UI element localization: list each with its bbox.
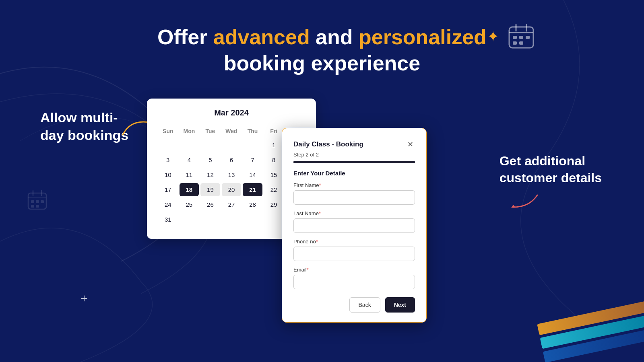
cal-day-4[interactable]: 4 — [180, 153, 199, 167]
title-highlight2: personalized — [359, 25, 487, 49]
booking-modal: Daily Class - Booking ✕ Step 2 of 2 Ente… — [282, 128, 427, 323]
last-name-label: Last Name* — [293, 210, 415, 216]
right-label-line1: Get additional — [500, 153, 602, 170]
left-label-line2: day bookings — [40, 126, 128, 144]
modal-header: Daily Class - Booking ✕ — [293, 140, 415, 149]
cal-day-3[interactable]: 3 — [158, 153, 178, 167]
cal-day-18[interactable]: 18 — [180, 183, 199, 196]
svg-rect-19 — [36, 200, 39, 203]
first-name-label: First Name* — [293, 182, 415, 188]
cal-day-14[interactable]: 14 — [243, 168, 262, 181]
plus-icon: ＋ — [78, 290, 90, 306]
cal-header-fri: Fri — [264, 125, 284, 137]
page-header: Offer advanced and personalized booking … — [0, 0, 644, 88]
progress-bar-track — [293, 161, 415, 163]
arrow-red-icon — [509, 191, 541, 215]
first-name-group: First Name* — [293, 182, 415, 205]
page-title: Offer advanced and personalized booking … — [0, 24, 644, 76]
svg-rect-5 — [519, 36, 523, 39]
cal-day-28[interactable]: 28 — [243, 198, 262, 211]
svg-rect-20 — [41, 200, 44, 203]
cal-day-empty — [243, 213, 262, 226]
right-label-line2: customer details — [500, 170, 602, 187]
cal-day-17[interactable]: 17 — [158, 183, 178, 196]
cal-day-empty — [222, 213, 242, 226]
section-title: Enter Your Detaile — [293, 170, 415, 177]
phone-label: Phone no* — [293, 239, 415, 245]
svg-rect-7 — [513, 41, 517, 45]
close-button[interactable]: ✕ — [405, 140, 415, 149]
cal-header-mon: Mon — [180, 125, 199, 137]
svg-rect-6 — [526, 36, 530, 39]
email-input[interactable] — [293, 275, 415, 289]
phone-required: * — [316, 239, 318, 245]
cal-day-11[interactable]: 11 — [180, 168, 199, 181]
cal-header-wed: Wed — [222, 125, 242, 137]
phone-input[interactable] — [293, 247, 415, 261]
cal-day-1[interactable]: 1 — [264, 138, 284, 152]
cal-day-12[interactable]: 12 — [200, 168, 220, 181]
cal-day-19[interactable]: 19 — [200, 183, 220, 196]
last-name-required: * — [319, 210, 321, 216]
calendar-icon — [507, 22, 535, 50]
cal-day-26[interactable]: 26 — [200, 198, 220, 211]
next-button[interactable]: Next — [385, 297, 415, 313]
cal-header-tue: Tue — [200, 125, 220, 137]
cal-day-empty — [200, 213, 220, 226]
progress-bar-fill — [293, 161, 415, 163]
svg-rect-22 — [36, 205, 39, 208]
left-label-line1: Allow multi- — [40, 109, 128, 126]
cal-day-25[interactable]: 25 — [180, 198, 199, 211]
right-label: Get additional customer details — [500, 153, 602, 186]
email-label: Email* — [293, 267, 415, 273]
left-label: Allow multi- day bookings — [40, 109, 128, 144]
email-required: * — [307, 267, 309, 273]
cal-day-22[interactable]: 22 — [264, 183, 284, 196]
calendar-month-year: Mar 2024 — [158, 108, 305, 117]
modal-title: Daily Class - Booking — [293, 140, 363, 148]
last-name-group: Last Name* — [293, 210, 415, 233]
title-line2: booking experience — [224, 51, 420, 75]
cal-day-27[interactable]: 27 — [222, 198, 242, 211]
cal-day-empty — [222, 138, 242, 152]
gradient-bars — [531, 298, 644, 362]
title-plain-mid: and — [310, 25, 359, 49]
last-name-input[interactable] — [293, 218, 415, 233]
cal-day-empty — [264, 213, 284, 226]
email-group: Email* — [293, 267, 415, 289]
cal-day-21[interactable]: 21 — [243, 183, 262, 196]
star-icon: ✦ — [487, 28, 499, 45]
cal-day-7[interactable]: 7 — [243, 153, 262, 167]
svg-rect-18 — [31, 200, 34, 203]
back-button[interactable]: Back — [349, 297, 380, 313]
cal-day-20[interactable]: 20 — [222, 183, 242, 196]
svg-rect-4 — [513, 36, 517, 39]
cal-day-8[interactable]: 8 — [264, 153, 284, 167]
cal-day-24[interactable]: 24 — [158, 198, 178, 211]
cal-day-10[interactable]: 10 — [158, 168, 178, 181]
cal-header-thu: Thu — [243, 125, 262, 137]
cal-day-empty — [158, 138, 178, 152]
cal-day-29[interactable]: 29 — [264, 198, 284, 211]
first-name-required: * — [319, 182, 321, 188]
cal-day-15[interactable]: 15 — [264, 168, 284, 181]
cal-day-13[interactable]: 13 — [222, 168, 242, 181]
cal-day-empty — [243, 138, 262, 152]
title-plain-start: Offer — [157, 25, 213, 49]
svg-rect-21 — [31, 205, 34, 208]
svg-rect-8 — [519, 41, 523, 45]
first-name-input[interactable] — [293, 190, 415, 205]
step-label: Step 2 of 2 — [293, 152, 415, 158]
cal-day-5[interactable]: 5 — [200, 153, 220, 167]
title-highlight1: advanced — [213, 25, 310, 49]
cal-day-31[interactable]: 31 — [158, 213, 178, 226]
deco-icon-left — [26, 189, 48, 211]
phone-group: Phone no* — [293, 239, 415, 261]
cal-header-sun: Sun — [158, 125, 178, 137]
cal-day-6[interactable]: 6 — [222, 153, 242, 167]
cal-day-empty — [200, 138, 220, 152]
cal-day-empty — [180, 138, 199, 152]
cal-day-empty — [180, 213, 199, 226]
modal-footer: Back Next — [293, 297, 415, 313]
